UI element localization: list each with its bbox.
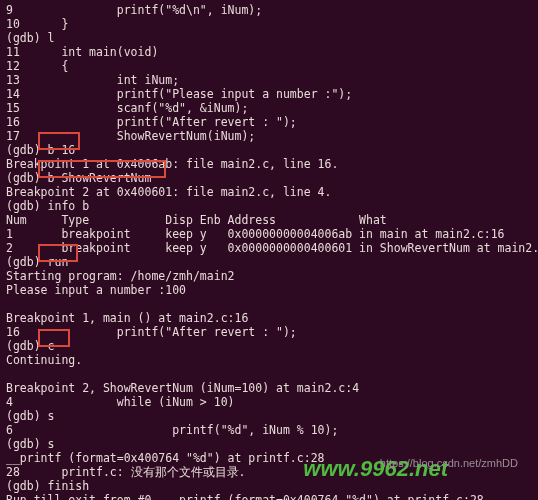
output-line: 28 printf.c: 没有那个文件或目录. [6,465,246,479]
output-line: (gdb) s [6,409,54,423]
output-line: (gdb) s [6,437,54,451]
output-line: 17 ShowRevertNum(iNum); [6,129,255,143]
output-line: 11 int main(void) [6,45,158,59]
output-line: Run till exit from #0 __printf (format=0… [6,493,484,500]
output-line: 2 breakpoint keep y 0x0000000000400601 i… [6,241,538,255]
output-line: 6 printf("%d", iNum % 10); [6,423,338,437]
output-line: 14 printf("Please input a number :"); [6,87,352,101]
output-line: __printf (format=0x400764 "%d") at print… [6,451,325,465]
output-line: 1 breakpoint keep y 0x00000000004006ab i… [6,227,505,241]
output-line: Num Type Disp Enb Address What [6,213,387,227]
output-line: 15 scanf("%d", &iNum); [6,101,248,115]
output-line: 9 printf("%d\n", iNum); [6,3,262,17]
output-line: Breakpoint 1 at 0x4006ab: file main2.c, … [6,157,338,171]
output-line: Breakpoint 2, ShowRevertNum (iNum=100) a… [6,381,359,395]
output-line: (gdb) b 16 [6,143,75,157]
output-line: Continuing. [6,353,82,367]
output-line: 4 while (iNum > 10) [6,395,234,409]
output-line: Starting program: /home/zmh/main2 [6,269,234,283]
terminal-output: 9 printf("%d\n", iNum); 10 } (gdb) l 11 … [6,3,532,500]
output-line: Breakpoint 2 at 0x400601: file main2.c, … [6,185,331,199]
output-line: (gdb) finish [6,479,89,493]
output-line: Breakpoint 1, main () at main2.c:16 [6,311,248,325]
output-line: (gdb) b ShowRevertNum [6,171,151,185]
output-line: 10 } [6,17,68,31]
output-line: 12 { [6,59,68,73]
output-line: (gdb) l [6,31,54,45]
output-line: (gdb) run [6,255,68,269]
output-line: (gdb) info b [6,199,89,213]
output-line: 16 printf("After revert : "); [6,325,297,339]
output-line: 16 printf("After revert : "); [6,115,297,129]
output-line: Please input a number :100 [6,283,186,297]
output-line: (gdb) c [6,339,54,353]
output-line: 13 int iNum; [6,73,179,87]
